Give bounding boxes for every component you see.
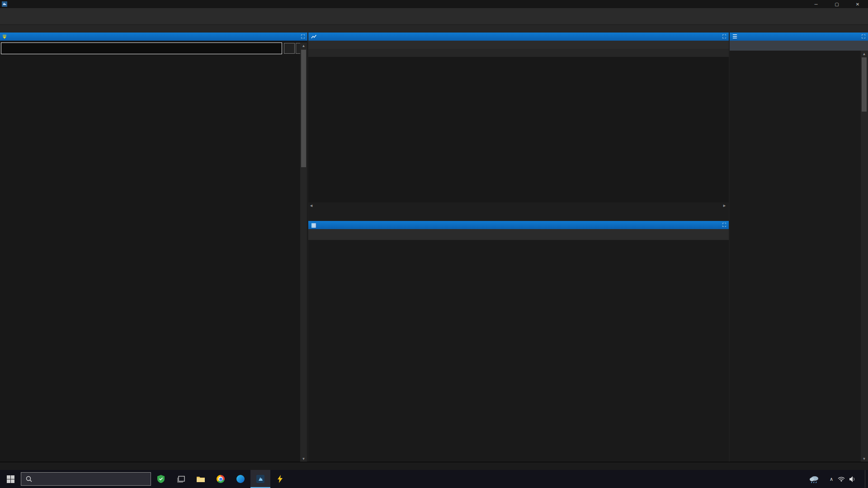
grid-icon: ▦ bbox=[311, 222, 316, 228]
task-view-icon[interactable] bbox=[171, 470, 191, 488]
main-toolbar bbox=[0, 16, 868, 25]
fuel-panel-title-bar[interactable]: ⛶ bbox=[0, 33, 307, 41]
minimize-button[interactable]: ─ bbox=[806, 0, 826, 8]
app-icon bbox=[2, 1, 7, 7]
system-tray: ∧ bbox=[830, 476, 856, 482]
emu-pro-client-window: ─ ▢ ✕ ⛶ ▲ ▼ ⛶ ◄ bbox=[0, 0, 868, 488]
fuel-panel-scrollbar[interactable]: ▲ ▼ bbox=[300, 42, 307, 462]
rain-cloud-icon bbox=[809, 475, 819, 483]
injector-icon bbox=[3, 35, 6, 39]
ve-panel-title-bar[interactable]: ▦ ⛶ bbox=[308, 221, 729, 229]
start-button[interactable] bbox=[0, 470, 21, 488]
graph-log-panel: ⛶ ◄ ► bbox=[308, 33, 729, 220]
text-log-title-bar[interactable]: ☰ ⛶ bbox=[730, 33, 868, 41]
desktop-tab-bar bbox=[0, 25, 868, 33]
panel-maximize-icon[interactable]: ⛶ bbox=[301, 34, 305, 40]
emu-pro-app-icon[interactable] bbox=[250, 470, 270, 488]
edge-browser-icon[interactable] bbox=[231, 470, 250, 488]
list-icon: ☰ bbox=[732, 33, 737, 40]
maximize-button[interactable]: ▢ bbox=[826, 0, 847, 8]
taskbar-search-box[interactable] bbox=[21, 472, 151, 486]
scroll-left-arrow[interactable]: ◄ bbox=[309, 203, 313, 208]
time-axis bbox=[332, 203, 721, 210]
fuel-text-log-panel: ☰ ⛶ ▲ ▼ bbox=[730, 33, 868, 462]
file-explorer-icon[interactable] bbox=[191, 470, 211, 488]
antivirus-shield-icon[interactable] bbox=[151, 470, 171, 488]
windows-taskbar: ∧ bbox=[0, 470, 868, 488]
hidden-icons-chevron[interactable]: ∧ bbox=[830, 476, 833, 482]
chrome-icon[interactable] bbox=[211, 470, 231, 488]
window-title-bar: ─ ▢ ✕ bbox=[0, 0, 868, 8]
speaker-icon[interactable] bbox=[849, 476, 856, 482]
graph-icon bbox=[311, 34, 317, 39]
status-bar bbox=[0, 462, 868, 470]
panel-maximize-icon[interactable]: ⛶ bbox=[722, 34, 726, 40]
scroll-right-arrow[interactable]: ► bbox=[722, 203, 726, 208]
graph-log-tab-bar bbox=[308, 49, 729, 57]
panel-maximize-icon[interactable]: ⛶ bbox=[722, 222, 726, 228]
wave-filter-button[interactable] bbox=[284, 43, 295, 54]
fuel-panel: ⛶ ▲ ▼ bbox=[0, 33, 307, 462]
graph-plot-area[interactable] bbox=[308, 57, 729, 202]
parameter-search-input[interactable] bbox=[1, 42, 282, 54]
ve-table-panel: ▦ ⛶ bbox=[308, 221, 729, 462]
text-log-scrollbar[interactable]: ▲ ▼ bbox=[861, 51, 868, 462]
menu-bar bbox=[0, 8, 868, 16]
lightning-app-icon[interactable] bbox=[270, 470, 290, 488]
search-icon bbox=[26, 476, 32, 482]
graph-log-title-bar[interactable]: ⛶ bbox=[308, 33, 729, 41]
network-icon[interactable] bbox=[838, 476, 845, 482]
text-log-column-header bbox=[730, 41, 868, 51]
show-desktop-strip[interactable] bbox=[865, 470, 868, 488]
ve-toolbar bbox=[308, 229, 729, 240]
panel-maximize-icon[interactable]: ⛶ bbox=[862, 34, 865, 40]
close-button[interactable]: ✕ bbox=[847, 0, 868, 8]
weather-widget[interactable] bbox=[809, 475, 822, 483]
graph-log-toolbar bbox=[308, 41, 729, 49]
